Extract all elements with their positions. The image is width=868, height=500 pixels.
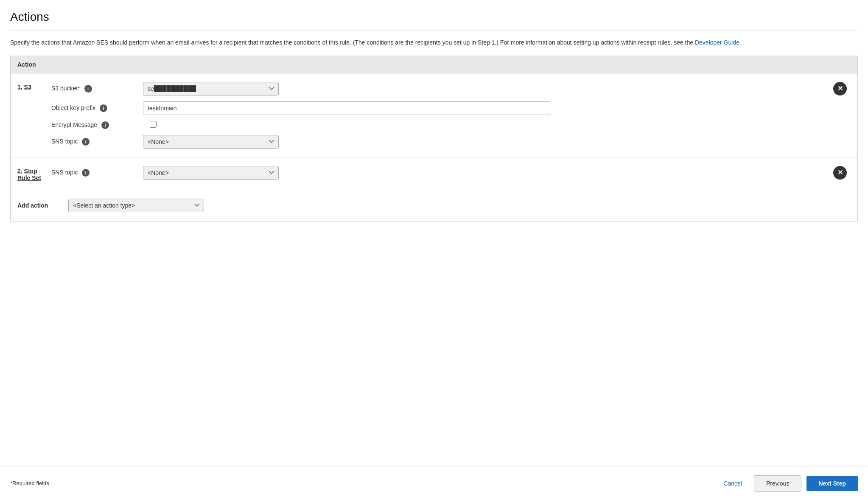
add-action-row: Add action <Select an action type> S3 SN…	[11, 190, 858, 222]
action-2-number: 2. Stop Rule Set	[17, 166, 51, 181]
encrypt-message-checkbox[interactable]	[150, 121, 157, 128]
action-2-fields: SNS topic i <None>	[51, 166, 829, 180]
action-column-header: Action	[11, 56, 858, 73]
s3-bucket-info-icon[interactable]: i	[84, 85, 92, 93]
next-step-button[interactable]: Next Step	[806, 476, 858, 491]
description-text-1: Specify the actions that Amazon SES shou…	[10, 39, 695, 46]
object-key-prefix-info-icon[interactable]: i	[100, 104, 107, 112]
add-action-select[interactable]: <Select an action type> S3 SNS Lambda Bo…	[68, 199, 204, 212]
title-divider	[10, 31, 858, 31]
action2-sns-topic-field-row: SNS topic i <None>	[51, 166, 829, 180]
action-row-1: 1. S3 S3 bucket* i	[11, 73, 858, 157]
action-1-delete-wrapper: ✕	[829, 82, 851, 96]
object-key-prefix-input-wrapper	[143, 101, 829, 115]
action2-sns-topic-select[interactable]: <None>	[143, 166, 279, 180]
s3-bucket-input-wrapper: se██████████	[143, 82, 829, 96]
previous-button[interactable]: Previous	[754, 475, 801, 492]
action-1-delete-button[interactable]: ✕	[833, 82, 847, 96]
action1-sns-topic-field-row: SNS topic i <None>	[51, 135, 829, 149]
action-table: Action 1. S3	[10, 56, 858, 222]
encrypt-message-label: Encrypt Message i	[51, 121, 136, 129]
footer-spacer	[10, 222, 858, 264]
s3-bucket-field-row: S3 bucket* i se██████████	[51, 82, 829, 96]
page-container: Actions Specify the actions that Amazon …	[0, 0, 868, 500]
action-2-delete-wrapper: ✕	[829, 166, 851, 180]
action2-sns-topic-label: SNS topic i	[51, 169, 136, 177]
action1-sns-topic-select[interactable]: <None>	[143, 135, 279, 149]
object-key-prefix-label: Object key prefix i	[51, 104, 136, 112]
action1-sns-topic-label: SNS topic i	[51, 138, 136, 146]
action-row-2: 2. Stop Rule Set SNS topic i	[11, 157, 858, 190]
description-text-2: .	[739, 39, 741, 46]
footer-buttons: Cancel Previous Next Step	[717, 475, 858, 492]
action-1-name: S3	[24, 84, 31, 90]
footer: *Required fields Cancel Previous Next St…	[0, 466, 868, 500]
object-key-prefix-input[interactable]	[143, 101, 550, 115]
add-action-label: Add action	[17, 202, 60, 209]
action2-sns-topic-info-icon[interactable]: i	[82, 169, 90, 177]
object-key-prefix-field-row: Object key prefix i	[51, 101, 829, 115]
action-1-number: 1. S3	[17, 82, 51, 90]
action1-sns-topic-input-wrapper: <None>	[143, 135, 829, 149]
page-title: Actions	[10, 10, 858, 24]
s3-bucket-label: S3 bucket* i	[51, 85, 136, 93]
required-fields-note: *Required fields	[10, 480, 49, 486]
encrypt-message-field-row: Encrypt Message i	[51, 121, 829, 129]
developer-guide-link[interactable]: Developer Guide	[695, 39, 739, 46]
add-action-section: Add action <Select an action type> S3 SN…	[11, 190, 857, 221]
action-1-fields: S3 bucket* i se██████████	[51, 82, 829, 149]
action2-sns-topic-input-wrapper: <None>	[143, 166, 829, 180]
action-2-delete-button[interactable]: ✕	[833, 166, 847, 180]
encrypt-message-checkbox-wrapper	[143, 121, 829, 129]
action1-sns-topic-info-icon[interactable]: i	[82, 138, 90, 146]
description: Specify the actions that Amazon SES shou…	[10, 38, 858, 47]
encrypt-message-info-icon[interactable]: i	[101, 121, 109, 129]
cancel-button[interactable]: Cancel	[717, 477, 749, 490]
s3-bucket-select[interactable]: se██████████	[143, 82, 279, 96]
